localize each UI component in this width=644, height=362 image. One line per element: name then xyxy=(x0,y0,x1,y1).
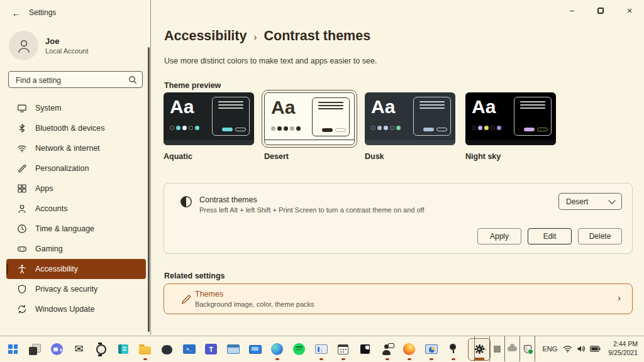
taskbar-powershell-button[interactable] xyxy=(181,337,197,362)
powershell-icon xyxy=(183,344,196,354)
security-shield-icon xyxy=(524,345,531,353)
taskbar-firefox-button[interactable] xyxy=(401,337,417,362)
taskbar-spotify-button[interactable] xyxy=(291,337,307,362)
taskbar-clock-app-button[interactable] xyxy=(93,337,109,362)
sidebar-item-apps[interactable]: Apps xyxy=(6,178,146,199)
scrollbar-thumb[interactable] xyxy=(148,47,150,332)
tray-expand-button[interactable] xyxy=(474,336,489,361)
status-icons[interactable] xyxy=(563,345,601,353)
teams-icon xyxy=(205,344,217,354)
sidebar-item-time-language[interactable]: Time & language xyxy=(6,219,146,239)
taskbar-photos-button[interactable] xyxy=(313,337,329,362)
sidebar-item-label: Gaming xyxy=(35,244,63,253)
wifi-icon xyxy=(563,345,572,353)
theme-thumbnail: Aa xyxy=(465,92,556,145)
theme-option-night-sky[interactable]: Aa Night sky xyxy=(465,92,561,161)
theme-name: Aquatic xyxy=(164,152,259,161)
taskbar-start-button[interactable] xyxy=(5,337,21,362)
theme-option-desert[interactable]: Aa Desert xyxy=(264,92,360,161)
sidebar-item-gaming[interactable]: Gaming xyxy=(6,239,146,259)
sidebar-item-personalization[interactable]: Personalization xyxy=(6,158,146,178)
system-icon xyxy=(17,103,27,113)
theme-thumbnail: Aa xyxy=(264,92,355,145)
taskbar-calendar-button[interactable] xyxy=(335,337,351,362)
sidebar-item-windows-update[interactable]: Windows Update xyxy=(6,299,146,319)
restore-button[interactable] xyxy=(586,0,615,21)
contrast-buttons-row: Apply Edit Delete xyxy=(477,228,622,244)
tray-background-app[interactable] xyxy=(489,336,504,361)
back-arrow-icon: ← xyxy=(12,8,21,18)
taskbar-task-view-button[interactable] xyxy=(27,337,43,362)
minimize-icon: − xyxy=(569,6,574,16)
page-description: Use more distinct colors to make text an… xyxy=(164,57,377,65)
sidebar-item-network-internet[interactable]: Network & internet xyxy=(6,138,146,158)
theme-color-dots xyxy=(271,126,301,131)
sidebar-item-label: Personalization xyxy=(35,164,89,173)
sidebar-item-accessibility[interactable]: Accessibility xyxy=(6,259,146,279)
theme-color-dots xyxy=(170,126,199,130)
sidebar-item-label: Network & internet xyxy=(35,144,100,153)
taskbar-voice-recorder-button[interactable] xyxy=(445,337,461,362)
taskbar-mail-button[interactable]: ✉ xyxy=(71,337,87,362)
battery-icon xyxy=(590,346,601,352)
teams-chat-icon xyxy=(51,343,63,355)
firefox-icon xyxy=(403,343,415,355)
chevron-down-icon xyxy=(608,197,615,204)
taskbar-teams-chat-button[interactable] xyxy=(49,337,65,362)
clock[interactable]: 2:44 PM 9/25/2021 xyxy=(608,340,638,357)
themes-settings-row[interactable]: Themes Background image, color, theme pa… xyxy=(164,283,633,314)
sidebar-item-bluetooth-devices[interactable]: Bluetooth & devices xyxy=(6,118,146,138)
theme-preview-label: Theme preview xyxy=(164,81,221,90)
sidebar-item-accounts[interactable]: Accounts xyxy=(6,199,146,219)
titlebar: ← Settings − × xyxy=(0,0,644,25)
sidebar-item-label: Privacy & security xyxy=(35,285,97,293)
taskbar-apps: ✉ xyxy=(0,337,491,362)
theme-option-dusk[interactable]: Aa Dusk xyxy=(365,92,460,161)
sidebar-item-label: Windows Update xyxy=(35,305,95,314)
search-icon xyxy=(128,75,137,87)
photos-icon xyxy=(315,344,328,354)
apps-icon xyxy=(17,184,27,194)
file-explorer-icon xyxy=(139,346,151,354)
taskbar-powershell-ise-button[interactable] xyxy=(225,337,241,362)
taskbar-feedback-hub-button[interactable] xyxy=(379,337,395,362)
taskbar-remote-desktop-button[interactable] xyxy=(247,337,263,362)
search-input[interactable] xyxy=(14,72,124,89)
sidebar-item-system[interactable]: System xyxy=(6,98,146,118)
taskbar-github-desktop-button[interactable] xyxy=(159,337,175,362)
taskbar-teams-button[interactable] xyxy=(203,337,219,362)
network-icon xyxy=(17,143,27,153)
breadcrumb-parent[interactable]: Accessibility xyxy=(164,28,247,44)
gaming-icon xyxy=(17,244,27,254)
apply-button[interactable]: Apply xyxy=(477,228,521,244)
taskbar-edge-button[interactable] xyxy=(269,337,285,362)
edit-button[interactable]: Edit xyxy=(528,228,572,244)
taskbar-resource-monitor-button[interactable] xyxy=(423,337,439,362)
mail-icon: ✉ xyxy=(74,344,83,354)
sidebar-item-label: System xyxy=(35,104,62,112)
sidebar-item-privacy-security[interactable]: Privacy & security xyxy=(6,279,146,299)
taskbar-file-explorer-button[interactable] xyxy=(137,337,153,362)
microphone-icon xyxy=(448,344,459,355)
theme-name: Night sky xyxy=(465,152,561,161)
spotify-icon xyxy=(293,343,305,355)
taskbar-storage-app-button[interactable] xyxy=(115,337,131,362)
tray-windows-security[interactable] xyxy=(519,336,535,361)
contrast-theme-dropdown[interactable]: Desert xyxy=(558,193,622,210)
language-indicator[interactable]: ENG xyxy=(542,345,557,353)
search-box[interactable] xyxy=(8,71,143,88)
delete-button[interactable]: Delete xyxy=(578,228,622,244)
page-title: Contrast themes xyxy=(264,28,370,44)
remote-desktop-icon xyxy=(249,345,262,354)
window-title: Settings xyxy=(29,8,56,17)
minimize-button[interactable]: − xyxy=(557,0,586,21)
contrast-themes-title: Contrast themes xyxy=(199,195,257,204)
tray-onedrive[interactable] xyxy=(504,336,519,361)
back-button[interactable]: ← xyxy=(8,4,25,21)
theme-option-aquatic[interactable]: Aa Aquatic xyxy=(164,92,259,161)
person-icon xyxy=(16,38,32,54)
theme-cards-row: Aa Aquatic Aa Desert Aa Dusk xyxy=(164,92,561,161)
taskbar-notes-button[interactable] xyxy=(357,337,373,362)
close-button[interactable]: × xyxy=(615,0,644,21)
related-settings-label: Related settings xyxy=(164,272,225,280)
